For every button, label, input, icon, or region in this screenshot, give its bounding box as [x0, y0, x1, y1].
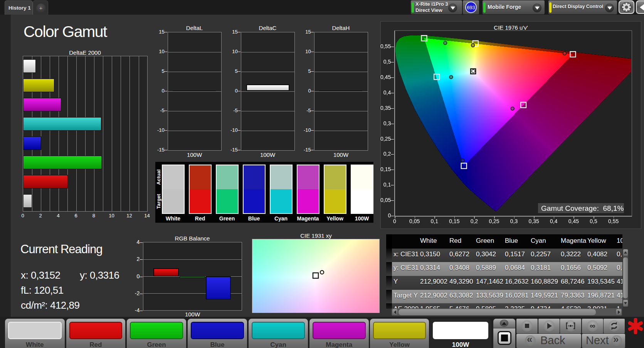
- svg-text:∞: ∞: [590, 321, 595, 330]
